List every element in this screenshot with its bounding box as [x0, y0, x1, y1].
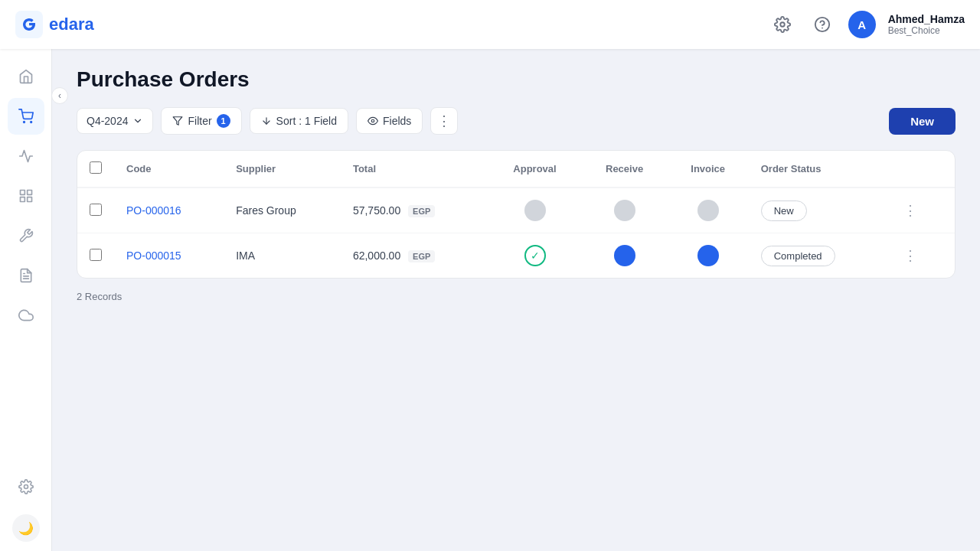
po-code-link[interactable]: PO-000016 — [126, 204, 181, 217]
body-wrap: 🌙 ‹ Purchase Orders Q4-2024 Filter — [0, 49, 980, 551]
filter-label: Filter — [188, 115, 211, 127]
svg-point-1 — [780, 22, 785, 27]
receive-cell — [582, 233, 668, 279]
svg-point-15 — [371, 119, 374, 122]
approval-cell: ✓ — [488, 233, 581, 279]
settings-icon-btn[interactable] — [769, 11, 796, 38]
col-header-code: Code — [114, 151, 224, 187]
page-title: Purchase Orders — [77, 67, 956, 92]
order-status-badge: Completed — [761, 246, 835, 266]
sort-button[interactable]: Sort : 1 Field — [250, 108, 348, 134]
total-cell: 57,750.00 EGP — [341, 187, 488, 233]
col-header-supplier: Supplier — [224, 151, 341, 187]
currency-badge: EGP — [408, 250, 435, 262]
svg-rect-7 — [27, 191, 31, 195]
dark-mode-toggle[interactable]: 🌙 — [12, 514, 40, 542]
select-all-checkbox[interactable] — [90, 161, 102, 174]
svg-marker-13 — [174, 117, 183, 126]
row-checkbox-0[interactable] — [90, 204, 102, 216]
invoice-dot — [697, 200, 719, 221]
svg-rect-6 — [20, 191, 24, 195]
invoice-cell — [668, 233, 749, 279]
quarter-select[interactable]: Q4-2024 — [77, 108, 153, 134]
help-icon-btn[interactable] — [808, 11, 836, 38]
sidebar-item-tools[interactable] — [8, 217, 44, 254]
eye-icon — [368, 116, 378, 126]
order-status-cell: Completed — [749, 233, 885, 279]
order-status-cell: New — [749, 187, 885, 233]
total-cell: 62,000.00 EGP — [341, 233, 488, 279]
col-header-invoice: Invoice — [668, 151, 749, 187]
svg-point-5 — [30, 122, 31, 123]
select-all-header — [77, 151, 114, 187]
po-code-link[interactable]: PO-000015 — [126, 249, 181, 262]
filter-button[interactable]: Filter 1 — [161, 107, 241, 135]
sidebar-item-purchase[interactable] — [8, 98, 44, 135]
filter-count-badge: 1 — [217, 114, 230, 128]
sidebar-collapse-btn[interactable]: ‹ — [52, 87, 68, 104]
new-button[interactable]: New — [889, 108, 956, 135]
svg-point-4 — [23, 122, 24, 123]
sidebar-item-home[interactable] — [8, 58, 44, 95]
col-header-receive: Receive — [582, 151, 668, 187]
purchase-orders-table: Code Supplier Total Approval Receive Inv… — [77, 150, 956, 279]
row-menu-button[interactable]: ⋮ — [897, 244, 923, 267]
receive-dot — [614, 245, 635, 266]
sidebar-bottom: 🌙 — [8, 468, 44, 542]
col-header-order-status: Order Status — [749, 151, 885, 187]
chevron-down-icon — [132, 116, 143, 126]
approval-check-icon: ✓ — [524, 245, 546, 266]
avatar: A — [848, 11, 876, 38]
user-name: Ahmed_Hamza — [888, 13, 965, 25]
table-header-row: Code Supplier Total Approval Receive Inv… — [77, 151, 955, 187]
quarter-label: Q4-2024 — [87, 115, 128, 127]
more-options-button[interactable]: ⋮ — [430, 107, 458, 135]
svg-rect-8 — [27, 197, 31, 202]
col-header-approval: Approval — [488, 151, 581, 187]
table-row: PO-000016Fares Group57,750.00 EGPNew⋮ — [77, 187, 955, 233]
logo-area: edara — [15, 11, 94, 38]
invoice-dot — [697, 245, 719, 266]
sort-icon — [261, 116, 272, 126]
svg-rect-9 — [20, 197, 24, 202]
sidebar-item-reports[interactable] — [8, 257, 44, 294]
fields-button[interactable]: Fields — [356, 108, 423, 134]
approval-cell — [488, 187, 581, 233]
sort-label: Sort : 1 Field — [276, 115, 337, 127]
approval-dot — [524, 200, 546, 221]
row-menu-button[interactable]: ⋮ — [897, 199, 923, 222]
svg-point-12 — [24, 485, 28, 489]
receive-cell — [582, 187, 668, 233]
logo-text: edara — [49, 15, 94, 34]
col-header-total: Total — [341, 151, 488, 187]
sidebar-item-analytics[interactable] — [8, 138, 44, 174]
invoice-cell — [668, 187, 749, 233]
receive-dot — [614, 200, 635, 221]
sidebar: 🌙 — [0, 49, 52, 551]
row-checkbox-1[interactable] — [90, 249, 102, 261]
col-header-actions — [885, 151, 955, 187]
main-content: ‹ Purchase Orders Q4-2024 Filter 1 — [52, 49, 980, 551]
sidebar-item-cloud[interactable] — [8, 297, 44, 334]
header-right: A Ahmed_Hamza Best_Choice — [769, 11, 965, 38]
table-row: PO-000015IMA62,000.00 EGP✓Completed⋮ — [77, 233, 955, 279]
supplier-cell: Fares Group — [224, 187, 341, 233]
header: edara A Ahmed_Hamza Best_Choice — [0, 0, 980, 49]
user-info: Ahmed_Hamza Best_Choice — [888, 13, 965, 36]
logo-icon — [15, 11, 43, 38]
filter-icon — [172, 116, 183, 126]
toolbar: Q4-2024 Filter 1 — [77, 107, 956, 135]
currency-badge: EGP — [408, 205, 435, 217]
supplier-cell: IMA — [224, 233, 341, 279]
records-count: 2 Records — [77, 291, 956, 302]
content-area: Purchase Orders Q4-2024 Filter 1 — [52, 49, 980, 551]
user-sub: Best_Choice — [888, 25, 965, 36]
sidebar-item-settings[interactable] — [8, 468, 44, 505]
fields-label: Fields — [383, 115, 411, 127]
sidebar-item-grid[interactable] — [8, 178, 44, 214]
order-status-badge: New — [761, 201, 807, 221]
